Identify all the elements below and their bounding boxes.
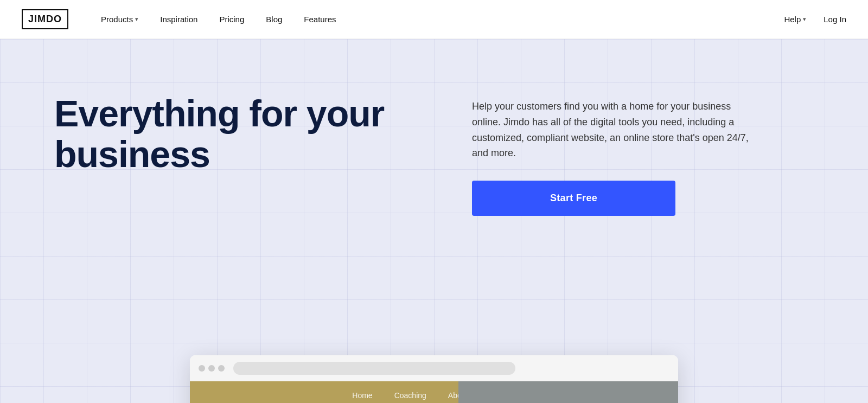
pricing-label: Pricing	[219, 15, 244, 24]
nav-item-products[interactable]: Products ▾	[101, 15, 138, 24]
browser-dot-yellow	[208, 365, 215, 372]
browser-photo	[458, 381, 678, 403]
browser-dot-green	[218, 365, 225, 372]
hero-section: Everything for your business Help your c…	[0, 39, 868, 403]
hero-content: Everything for your business Help your c…	[54, 93, 814, 216]
browser-nav-home: Home	[352, 391, 372, 400]
inspiration-label: Inspiration	[160, 15, 197, 24]
nav-item-inspiration[interactable]: Inspiration	[160, 15, 197, 24]
browser-window: Home Coaching About Contact	[190, 355, 678, 403]
nav-item-features[interactable]: Features	[304, 15, 336, 24]
nav-links: Products ▾ Inspiration Pricing Blog Feat…	[101, 15, 784, 24]
features-label: Features	[304, 15, 336, 24]
blog-label: Blog	[266, 15, 282, 24]
nav-item-pricing[interactable]: Pricing	[219, 15, 244, 24]
products-label: Products	[101, 15, 133, 24]
help-label: Help	[784, 15, 801, 24]
login-button[interactable]: Log In	[824, 15, 846, 24]
hero-left: Everything for your business	[54, 93, 472, 216]
browser-addressbar	[233, 362, 515, 375]
browser-dot-red	[199, 365, 205, 372]
browser-content-area: Home Coaching About Contact	[190, 381, 678, 403]
products-chevron-icon: ▾	[135, 16, 138, 23]
hero-right: Help your customers find you with a home…	[472, 93, 814, 216]
nav-right: Help ▾ Log In	[784, 15, 846, 24]
person-silhouette-icon	[536, 398, 601, 403]
hero-title: Everything for your business	[54, 93, 439, 175]
help-chevron-icon: ▾	[803, 16, 806, 23]
browser-topbar	[190, 355, 678, 381]
hero-description: Help your customers find you with a home…	[472, 99, 754, 161]
browser-nav-coaching: Coaching	[394, 391, 426, 400]
navbar: JIMDO Products ▾ Inspiration Pricing Blo…	[0, 0, 868, 39]
nav-help[interactable]: Help ▾	[784, 15, 806, 24]
browser-dots	[199, 365, 225, 372]
jimdo-logo[interactable]: JIMDO	[22, 9, 68, 29]
browser-mockup: Home Coaching About Contact Color Palett…	[190, 355, 678, 403]
start-free-button[interactable]: Start Free	[472, 181, 675, 216]
nav-item-blog[interactable]: Blog	[266, 15, 282, 24]
